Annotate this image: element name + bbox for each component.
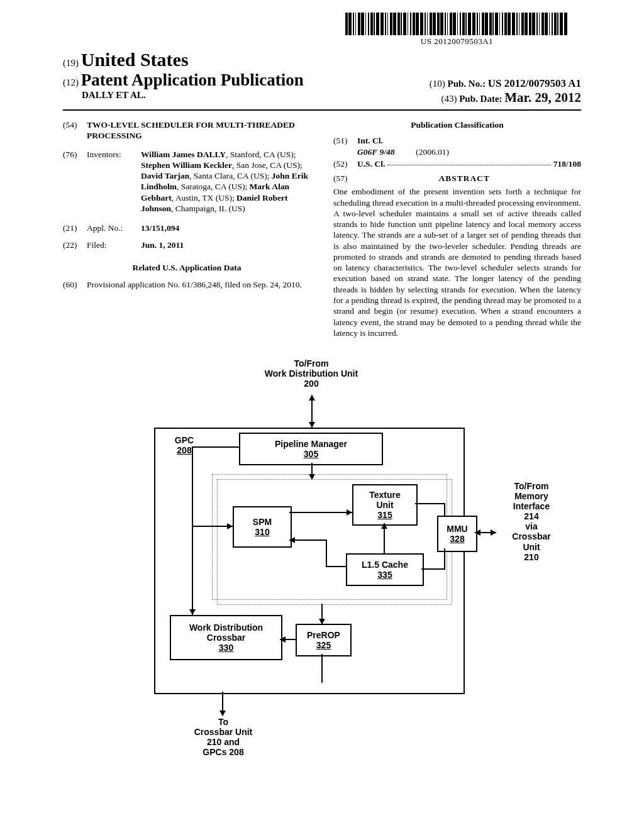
pubdate-label: Pub. Date:	[459, 94, 502, 104]
texture-ref: 315	[377, 510, 392, 520]
intcl-label: Int. Cl.	[357, 136, 383, 145]
barcode-block: US 20120079503A1	[345, 13, 569, 47]
intcl-num: (51)	[333, 135, 357, 157]
patent-figure: To/FromWork Distribution Unit200 GPC 208…	[104, 358, 540, 805]
inventors-list: William James DALLY, Stanford, CA (US); …	[141, 149, 311, 214]
invention-title: TWO-LEVEL SCHEDULER FOR MULTI-THREADED P…	[87, 119, 311, 141]
pubclass-head: Publication Classification	[333, 119, 581, 130]
dots-leader-icon	[387, 158, 550, 165]
country-num: (19)	[63, 58, 79, 68]
barcode-text: US 20120079503A1	[345, 36, 569, 47]
intcl-date: (2006.01)	[416, 147, 449, 157]
applno-num: (21)	[63, 223, 87, 233]
pubdate: Mar. 29, 2012	[504, 90, 581, 105]
related-head: Related U.S. Application Data	[63, 262, 311, 273]
abstract-num: (57)	[333, 173, 348, 184]
applno-label: Appl. No.:	[87, 223, 141, 233]
spm-ref: 310	[255, 527, 269, 537]
kind-num: (12)	[63, 77, 79, 87]
wdc-ref: 330	[219, 643, 233, 653]
fig-right-label: To/FromMemoryInterface214viaCrossbarUnit…	[497, 481, 566, 562]
applno: 13/151,094	[141, 223, 179, 233]
spm-label: SPM	[253, 517, 272, 527]
mmu-ref: 328	[450, 534, 464, 544]
pipeline-label: Pipeline Manager	[275, 439, 347, 449]
author-line: DALLY et al.	[82, 90, 146, 100]
pubno-num: (10)	[430, 79, 445, 89]
uscl-label: U.S. Cl.	[357, 158, 385, 169]
pubno-label: Pub. No.:	[448, 79, 486, 89]
gpc-label: GPC	[175, 435, 194, 445]
filed-date: Jun. 1, 2011	[141, 240, 184, 250]
pubno: US 2012/0079503 A1	[488, 77, 581, 89]
fig-top-label: To/FromWork Distribution Unit200	[242, 358, 380, 389]
fig-bottom-label: ToCrossbar Unit210 andGPCs 208	[173, 717, 274, 757]
prerop-label: PreROP	[307, 630, 340, 640]
prerop-ref: 325	[316, 640, 331, 650]
title-num: (54)	[63, 119, 87, 141]
pubdate-num: (43)	[441, 94, 457, 104]
abstract-head: ABSTRACT	[438, 174, 490, 183]
filed-num: (22)	[63, 240, 87, 250]
prov-num: (60)	[63, 279, 87, 290]
intcl-code: G06F 9/48	[357, 147, 394, 157]
biblio-block: (54) TWO-LEVEL SCHEDULER FOR MULTI-THREA…	[63, 119, 581, 338]
abstract-text: One embodiment of the present invention …	[333, 186, 581, 338]
mmu-label: MMU	[447, 524, 467, 534]
barcode-icon	[345, 13, 569, 35]
inventors-label: Inventors:	[87, 149, 141, 214]
kind: Patent Application Publication	[81, 70, 304, 89]
patent-header: (19) United States (12) Patent Applicati…	[63, 49, 581, 111]
wdc-label: Work DistributionCrossbar	[189, 622, 263, 643]
filed-label: Filed:	[87, 240, 141, 250]
gpc-ref: 208	[177, 445, 191, 455]
uscl-num: (52)	[333, 158, 357, 169]
l15-label: L1.5 Cache	[362, 560, 408, 570]
texture-label: TextureUnit	[369, 490, 401, 510]
inventors-num: (76)	[63, 149, 87, 214]
prov-text: Provisional application No. 61/386,248, …	[87, 279, 311, 290]
country: United States	[81, 49, 189, 70]
uscl-val: 718/108	[553, 158, 581, 169]
l15-ref: 335	[377, 570, 392, 580]
pipeline-ref: 305	[304, 449, 318, 459]
header-rule	[63, 109, 581, 111]
